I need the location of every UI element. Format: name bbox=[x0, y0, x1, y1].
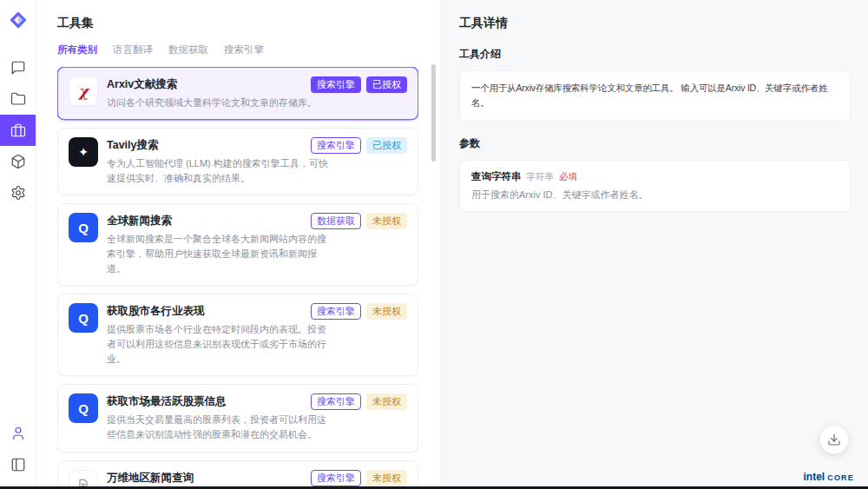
sidebar-bottom bbox=[0, 418, 36, 480]
tool-card[interactable]: χ Arxiv文献搜索 访问各个研究领域大量科学论文和文章的存储库。 搜索引擎 … bbox=[57, 67, 418, 120]
download-button[interactable] bbox=[819, 425, 849, 454]
tool-badges: 数据获取 未授权 bbox=[311, 213, 407, 229]
detail-title: 工具详情 bbox=[459, 16, 851, 31]
param-required-badge: 必填 bbox=[559, 171, 577, 183]
auth-badge: 未授权 bbox=[366, 470, 407, 486]
news-logo-icon: Q bbox=[69, 303, 98, 333]
tool-badges: 搜索引擎 已授权 bbox=[311, 76, 407, 93]
folder-icon bbox=[10, 91, 26, 107]
category-badge: 数据获取 bbox=[311, 213, 361, 229]
auth-badge: 未授权 bbox=[366, 213, 407, 229]
tavily-logo-icon: ✦ bbox=[69, 137, 98, 167]
tool-card[interactable]: Q 获取股市各行业表现 提供股票市场各个行业在特定时间段内的表现。投资者可以利用… bbox=[57, 294, 418, 376]
tab-category-0[interactable]: 所有类别 bbox=[57, 43, 97, 56]
news-logo-icon: Q bbox=[69, 213, 98, 242]
sidebar-item-briefcase[interactable] bbox=[0, 115, 36, 146]
scrollbar bbox=[431, 64, 436, 484]
tool-description: 专为人工智能代理 (LLM) 构建的搜索引擎工具，可快速提供实时、准确和真实的结… bbox=[107, 156, 331, 186]
category-badge: 搜索引擎 bbox=[311, 470, 361, 486]
intro-section-title: 工具介绍 bbox=[459, 47, 851, 62]
tool-detail-panel: 工具详情 工具介绍 一个用于从Arxiv存储库搜索科学论文和文章的工具。 输入可… bbox=[441, 0, 868, 489]
param-description: 用于搜索的Arxiv ID、关键字或作者姓名。 bbox=[471, 188, 838, 202]
sidebar-item-folder[interactable] bbox=[0, 83, 36, 115]
tool-description: 全球新闻搜索是一个聚合全球各大新闻网站内容的搜索引擎，帮助用户快速获取全球最新资… bbox=[107, 232, 331, 276]
sidebar-item-gear[interactable] bbox=[0, 177, 36, 208]
tool-list-panel: 工具集 所有类别语言翻译数据获取搜索引擎 χ Arxiv文献搜索 访问各个研究领… bbox=[36, 0, 441, 489]
gear-icon bbox=[10, 185, 26, 201]
auth-badge: 已授权 bbox=[366, 137, 407, 154]
auth-badge: 未授权 bbox=[366, 303, 407, 320]
app-logo-icon bbox=[9, 10, 28, 30]
cube-icon bbox=[10, 154, 26, 169]
param-header: 查询字符串 字符串 必填 bbox=[471, 170, 838, 183]
params-section-title: 参数 bbox=[459, 136, 851, 151]
tab-category-1[interactable]: 语言翻译 bbox=[113, 43, 153, 56]
tool-badges: 搜索引擎 已授权 bbox=[311, 137, 407, 154]
tab-category-3[interactable]: 搜索引擎 bbox=[224, 43, 264, 56]
category-badge: 搜索引擎 bbox=[311, 303, 361, 320]
category-badge: 搜索引擎 bbox=[311, 137, 361, 154]
tool-badges: 搜索引擎 未授权 bbox=[311, 303, 407, 320]
download-icon bbox=[827, 433, 841, 446]
arxiv-logo-icon: χ bbox=[69, 76, 98, 106]
tool-card[interactable]: 万维地区新闻查询 查询具体行政区划内的新闻，快速了解各地新闻动 搜索引擎 未授权 bbox=[57, 460, 418, 489]
sidebar-item-cube[interactable] bbox=[0, 146, 36, 177]
sidebar-item-user[interactable] bbox=[0, 418, 36, 449]
sidebar-nav bbox=[0, 52, 36, 208]
param-type: 字符串 bbox=[527, 171, 555, 183]
tab-category-2[interactable]: 数据获取 bbox=[168, 43, 208, 56]
tool-card[interactable]: Q 获取市场最活跃股票信息 提供当天交易量最高的股票列表，投资者可以利用这些信息… bbox=[57, 384, 418, 452]
app-window: 工具集 所有类别语言翻译数据获取搜索引擎 χ Arxiv文献搜索 访问各个研究领… bbox=[0, 0, 868, 489]
chat-icon bbox=[10, 60, 26, 76]
tool-description: 提供股票市场各个行业在特定时间段内的表现。投资者可以利用这些信息来识别表现优于或… bbox=[107, 322, 331, 367]
category-badge: 搜索引擎 bbox=[311, 393, 361, 410]
auth-badge: 未授权 bbox=[366, 393, 407, 410]
param-card: 查询字符串 字符串 必填 用于搜索的Arxiv ID、关键字或作者姓名。 bbox=[459, 160, 851, 212]
panel-icon bbox=[10, 457, 26, 472]
tool-intro-text: 一个用于从Arxiv存储库搜索科学论文和文章的工具。 输入可以是Arxiv ID… bbox=[471, 83, 827, 108]
intel-wordmark: intel bbox=[804, 471, 825, 483]
category-tabs: 所有类别语言翻译数据获取搜索引擎 bbox=[57, 43, 418, 56]
icon-sidebar bbox=[0, 0, 36, 489]
briefcase-icon bbox=[10, 122, 26, 138]
auth-badge: 已授权 bbox=[366, 76, 407, 93]
panel-title: 工具集 bbox=[57, 16, 418, 31]
news-logo-icon: Q bbox=[69, 393, 98, 423]
sidebar-item-panel[interactable] bbox=[0, 449, 36, 480]
tool-description: 访问各个研究领域大量科学论文和文章的存储库。 bbox=[107, 96, 331, 110]
param-name: 查询字符串 bbox=[471, 170, 522, 183]
user-icon bbox=[10, 426, 26, 441]
tool-list: χ Arxiv文献搜索 访问各个研究领域大量科学论文和文章的存储库。 搜索引擎 … bbox=[57, 67, 418, 489]
tool-description: 提供当天交易量最高的股票列表，投资者可以利用这些信息来识别流动性强的股票和潜在的… bbox=[107, 413, 331, 442]
tool-card[interactable]: ✦ Tavily搜索 专为人工智能代理 (LLM) 构建的搜索引擎工具，可快速提… bbox=[57, 128, 418, 195]
category-badge: 搜索引擎 bbox=[311, 76, 361, 93]
intel-core-logo: intel CORE bbox=[804, 471, 854, 483]
core-wordmark: CORE bbox=[827, 473, 854, 482]
tool-intro-card: 一个用于从Arxiv存储库搜索科学论文和文章的工具。 输入可以是Arxiv ID… bbox=[459, 70, 851, 121]
sidebar-item-chat[interactable] bbox=[0, 52, 36, 83]
tool-card[interactable]: Q 全球新闻搜索 全球新闻搜索是一个聚合全球各大新闻网站内容的搜索引擎，帮助用户… bbox=[57, 203, 418, 286]
tool-badges: 搜索引擎 未授权 bbox=[311, 393, 407, 410]
tool-badges: 搜索引擎 未授权 bbox=[311, 470, 407, 486]
scrollbar-thumb[interactable] bbox=[431, 64, 436, 162]
